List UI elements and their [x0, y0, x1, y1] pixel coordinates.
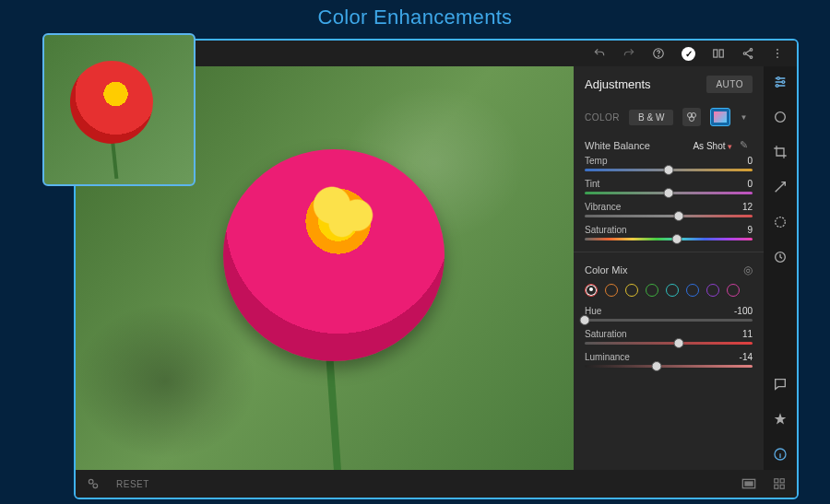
versions-icon[interactable] [772, 249, 788, 265]
svg-point-9 [777, 56, 778, 58]
svg-rect-2 [714, 50, 717, 57]
vibrance-value: 12 [742, 202, 753, 212]
comment-icon[interactable] [772, 376, 788, 393]
vibrance-label: Vibrance [585, 202, 621, 212]
swatch-3[interactable] [646, 284, 658, 297]
tint-label: Tint [585, 179, 599, 189]
canvas-stem [326, 352, 346, 470]
svg-point-15 [776, 85, 778, 88]
star-icon[interactable] [772, 411, 788, 428]
swatch-7[interactable] [727, 284, 740, 297]
tool-rail [764, 66, 797, 470]
swatch-6[interactable] [706, 284, 719, 297]
luminance-label: Luminance [585, 352, 630, 362]
svg-point-12 [690, 117, 694, 122]
svg-rect-27 [780, 485, 784, 488]
target-adjust-icon[interactable]: ◎ [743, 264, 753, 276]
profile-selected-button[interactable] [710, 108, 730, 126]
healing-icon[interactable] [772, 179, 788, 195]
white-balance-label: White Balance [585, 140, 650, 151]
compare-icon[interactable] [712, 47, 725, 60]
svg-point-16 [776, 112, 786, 123]
svg-rect-24 [775, 479, 778, 483]
reset-button[interactable]: RESET [116, 479, 149, 489]
svg-point-21 [93, 484, 98, 488]
panel-title: Adjustments [585, 77, 651, 91]
svg-point-17 [776, 217, 786, 228]
temp-label: Temp [585, 156, 607, 166]
svg-point-1 [658, 56, 659, 57]
saturation-value: 9 [747, 225, 753, 235]
luminance-value: -14 [740, 352, 753, 362]
mix-saturation-label: Saturation [585, 329, 627, 339]
info-icon[interactable] [772, 446, 788, 463]
color-mode-label[interactable]: COLOR [585, 112, 620, 123]
svg-point-4 [750, 49, 753, 52]
svg-rect-3 [719, 50, 723, 57]
svg-point-5 [743, 53, 746, 55]
hue-value: -100 [734, 306, 753, 316]
svg-rect-26 [775, 485, 778, 488]
temp-slider[interactable]: Temp0 [574, 156, 764, 179]
saturation-slider[interactable]: Saturation9 [574, 225, 764, 248]
hue-label: Hue [585, 306, 601, 316]
geometry-icon[interactable] [772, 109, 788, 125]
svg-point-8 [777, 53, 778, 54]
white-balance-select[interactable]: As Shot [693, 141, 732, 151]
footer-bar: RESET [76, 470, 797, 498]
luminance-slider[interactable]: Luminance-14 [574, 352, 764, 375]
tint-value: 0 [747, 179, 753, 189]
profile-button[interactable] [682, 108, 701, 126]
redo-icon[interactable] [622, 47, 635, 60]
svg-point-7 [777, 49, 778, 51]
swatch-0[interactable] [585, 284, 598, 297]
svg-point-13 [777, 77, 780, 80]
svg-rect-23 [745, 482, 753, 486]
canvas-flower [223, 149, 445, 361]
swatch-2[interactable] [625, 284, 638, 297]
svg-point-6 [750, 56, 753, 59]
svg-point-20 [89, 479, 93, 484]
checkmark-icon[interactable]: ✓ [682, 47, 695, 61]
help-icon[interactable] [652, 47, 665, 60]
filmstrip-icon[interactable] [741, 478, 756, 489]
crop-icon[interactable] [772, 144, 788, 160]
svg-point-14 [782, 81, 785, 84]
panel-divider [574, 252, 764, 252]
temp-value: 0 [747, 156, 753, 166]
saturation-label: Saturation [585, 225, 627, 235]
undo-icon[interactable] [593, 47, 606, 60]
swatch-5[interactable] [686, 284, 699, 297]
sliders-icon[interactable] [772, 74, 788, 90]
auto-button[interactable]: AUTO [706, 76, 753, 93]
more-icon[interactable] [771, 47, 784, 60]
colormix-title: Color Mix [585, 264, 627, 275]
mix-saturation-value: 11 [742, 329, 753, 339]
svg-rect-25 [780, 479, 784, 483]
swatch-1[interactable] [605, 284, 618, 297]
masking-icon[interactable] [772, 214, 788, 230]
chevron-down-icon[interactable]: ▼ [740, 113, 747, 122]
hue-slider[interactable]: Hue-100 [574, 306, 764, 329]
page-title: Color Enhancements [0, 0, 830, 33]
vibrance-slider[interactable]: Vibrance12 [574, 202, 764, 225]
swatch-4[interactable] [666, 284, 679, 297]
tint-slider[interactable]: Tint0 [574, 179, 764, 202]
eyedropper-icon[interactable]: ✎ [740, 139, 753, 152]
before-thumbnail[interactable] [42, 33, 196, 186]
grid-icon[interactable] [773, 477, 786, 490]
mix-saturation-slider[interactable]: Saturation11 [574, 329, 764, 352]
preset-icon[interactable] [87, 477, 100, 490]
thumb-flower [70, 61, 153, 144]
adjustments-panel: Adjustments AUTO COLOR B & W ▼ White Bal… [574, 66, 764, 470]
bw-mode-button[interactable]: B & W [629, 110, 673, 125]
colormix-swatches [574, 282, 764, 306]
share-icon[interactable] [741, 47, 754, 60]
